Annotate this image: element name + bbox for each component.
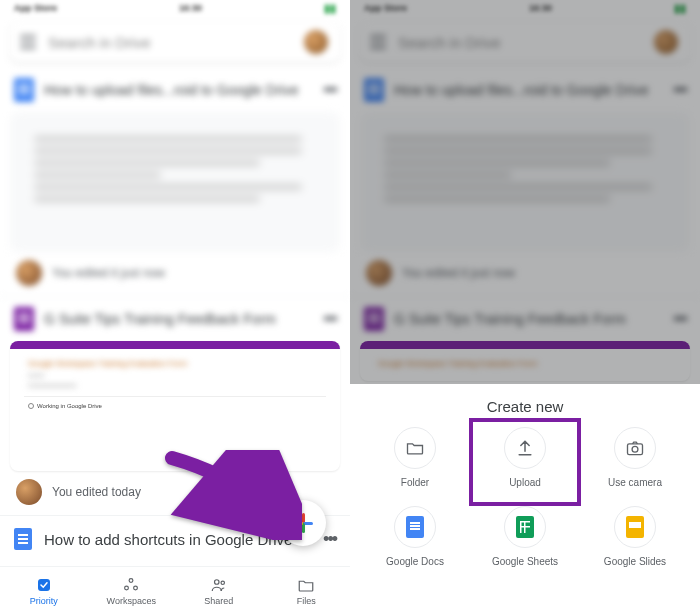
screenshot-right: App Store 16:30 ▮▮ Search in Drive How t… xyxy=(350,0,700,614)
menu-icon[interactable] xyxy=(20,35,36,49)
avatar xyxy=(16,479,42,505)
svg-point-7 xyxy=(632,446,638,452)
svg-point-5 xyxy=(221,581,224,584)
more-icon[interactable]: ••• xyxy=(323,529,336,550)
more-icon[interactable]: ••• xyxy=(323,80,336,101)
file-header-1[interactable]: How to upload files...roid to Google Dri… xyxy=(0,68,350,108)
tab-files[interactable]: Files xyxy=(263,567,351,614)
file-title-2: G Suite Tips Training Feedback Form xyxy=(44,311,313,327)
tab-workspaces[interactable]: Workspaces xyxy=(88,567,176,614)
sheet-item-sheets[interactable]: Google Sheets xyxy=(470,506,580,567)
avatar[interactable] xyxy=(302,28,330,56)
sheet-item-folder[interactable]: Folder xyxy=(360,427,470,488)
file-preview-1[interactable] xyxy=(10,112,340,252)
sheet-item-upload[interactable]: Upload xyxy=(470,427,580,488)
status-time: 16:30 xyxy=(179,3,202,13)
svg-point-2 xyxy=(125,586,129,590)
status-left: App Store xyxy=(14,3,57,13)
sheet-item-camera[interactable]: Use camera xyxy=(580,427,690,488)
search-bar[interactable]: Search in Drive xyxy=(10,22,340,62)
sheet-label: Google Docs xyxy=(386,556,444,567)
sheet-label: Use camera xyxy=(608,477,662,488)
radio-icon xyxy=(28,403,34,409)
sheet-label: Google Sheets xyxy=(492,556,558,567)
sheet-label: Folder xyxy=(401,477,429,488)
files-icon xyxy=(297,576,315,594)
tab-label: Workspaces xyxy=(107,596,156,606)
sheet-label: Google Slides xyxy=(604,556,666,567)
tab-priority[interactable]: Priority xyxy=(0,567,88,614)
svg-point-3 xyxy=(134,586,138,590)
annotation-arrow xyxy=(162,450,302,540)
google-docs-icon xyxy=(14,528,32,550)
svg-rect-0 xyxy=(38,579,50,591)
google-sheets-icon xyxy=(504,506,546,548)
upload-icon xyxy=(504,427,546,469)
tab-shared[interactable]: Shared xyxy=(175,567,263,614)
file-title-1: How to upload files...roid to Google Dri… xyxy=(44,82,313,98)
modal-dim[interactable] xyxy=(350,0,700,384)
svg-point-4 xyxy=(214,579,219,584)
battery-icon: ▮▮ xyxy=(324,2,336,15)
more-icon[interactable]: ••• xyxy=(323,309,336,330)
workspaces-icon xyxy=(122,576,140,594)
priority-icon xyxy=(35,576,53,594)
shared-icon xyxy=(210,576,228,594)
search-placeholder: Search in Drive xyxy=(48,34,290,51)
form-heading: Google Workspace Training Evaluation For… xyxy=(28,359,322,368)
tab-label: Priority xyxy=(30,596,58,606)
camera-icon xyxy=(614,427,656,469)
avatar xyxy=(16,260,42,286)
tab-label: Shared xyxy=(204,596,233,606)
status-bar: App Store 16:30 ▮▮ xyxy=(0,0,350,16)
folder-icon xyxy=(394,427,436,469)
file-header-2[interactable]: G Suite Tips Training Feedback Form ••• xyxy=(0,296,350,337)
screenshot-left: App Store 16:30 ▮▮ Search in Drive How t… xyxy=(0,0,350,614)
bottom-nav: Priority Workspaces Shared Files xyxy=(0,566,350,614)
edited-text: You edited today xyxy=(52,485,141,499)
tab-label: Files xyxy=(297,596,316,606)
form-option: Working in Google Drive xyxy=(28,403,322,409)
sheet-label: Upload xyxy=(509,477,541,488)
google-slides-icon xyxy=(614,506,656,548)
form-option-label: Working in Google Drive xyxy=(37,403,102,409)
google-docs-icon xyxy=(14,78,34,102)
sheet-title: Create new xyxy=(350,384,700,423)
sheet-item-slides[interactable]: Google Slides xyxy=(580,506,690,567)
create-new-sheet: Create new Folder Upload xyxy=(350,384,700,614)
svg-point-1 xyxy=(129,578,133,582)
sheet-item-docs[interactable]: Google Docs xyxy=(360,506,470,567)
edited-info-1: You edited it just now xyxy=(0,252,350,296)
edited-text: You edited it just now xyxy=(52,266,165,280)
svg-rect-6 xyxy=(628,444,643,455)
google-docs-icon xyxy=(394,506,436,548)
google-forms-icon xyxy=(14,307,34,331)
